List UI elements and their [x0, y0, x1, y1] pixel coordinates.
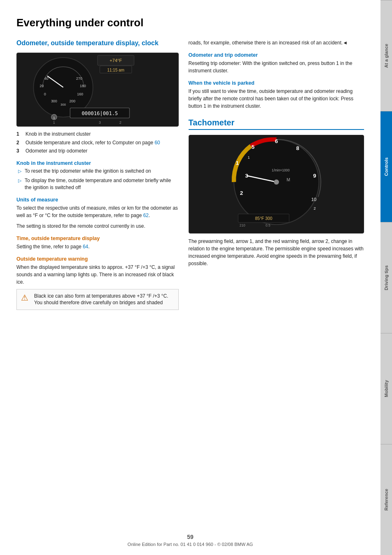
sidebar-tab-controls[interactable]: Controls: [380, 111, 392, 222]
tachometer-text: The prewarning field, arrow 1, and the r…: [189, 238, 364, 267]
time-heading: Time, outside temperature display: [16, 236, 179, 241]
svg-text:270: 270: [76, 76, 82, 80]
sidebar-tab-mobility[interactable]: Mobility: [380, 333, 392, 444]
tachometer-image: 1 5 6 3 2 8 9 10 1/min×1000 M: [189, 135, 364, 234]
odometer-section-heading: Odometer, outside temperature display, c…: [16, 39, 179, 48]
image-label-2: 2 Outside temperature and clock, refer t…: [16, 139, 179, 146]
knob-heading: Knob in the instrument cluster: [16, 160, 179, 166]
sidebar-tab-reference[interactable]: Reference: [380, 444, 392, 555]
parked-heading: When the vehicle is parked: [189, 80, 364, 86]
svg-point-38: [274, 180, 279, 185]
svg-text:11:15 am: 11:15 am: [107, 67, 125, 72]
parked-text: If you still want to view the time, outs…: [189, 88, 364, 110]
svg-text:1/min×1000: 1/min×1000: [272, 169, 290, 172]
svg-text:1: 1: [235, 160, 239, 166]
svg-text:1: 1: [53, 120, 55, 125]
image-labels-list: 1 Knob in the instrument cluster 2 Outsi…: [16, 131, 179, 155]
odometer-trip-heading: Odometer and trip odometer: [189, 52, 364, 58]
sidebar-tab-driving-tips[interactable]: Driving tips: [380, 222, 392, 333]
svg-text:85°F   300: 85°F 300: [255, 216, 272, 221]
warning-triangle-icon: ⚠: [21, 293, 31, 307]
tachometer-heading: Tachometer: [189, 118, 364, 130]
triangle-icon-1: ▷: [18, 168, 22, 175]
svg-text:40: 40: [44, 76, 48, 80]
units-text: To select the respective units of measur…: [16, 204, 179, 219]
svg-text:2: 2: [119, 120, 121, 125]
svg-text:200: 200: [69, 99, 76, 103]
svg-text:5: 5: [251, 144, 255, 150]
svg-text:M: M: [286, 178, 290, 182]
warning-box: ⚠ Black ice can also form at temperature…: [16, 289, 179, 310]
svg-text:0: 0: [44, 92, 46, 96]
time-text: Setting the time, refer to page 64.: [16, 243, 179, 250]
knob-bullets-list: ▷ To reset the trip odometer while the i…: [16, 168, 179, 191]
svg-text:8: 8: [296, 145, 299, 151]
knob-bullet-1: ▷ To reset the trip odometer while the i…: [18, 168, 179, 175]
svg-text:20: 20: [40, 84, 44, 88]
svg-text:300: 300: [60, 103, 66, 106]
page-number: 59: [0, 534, 380, 540]
page-title: Everything under control: [16, 16, 364, 29]
svg-text:1: 1: [247, 155, 249, 160]
units-heading: Units of measure: [16, 197, 179, 203]
svg-text:9: 9: [313, 173, 316, 179]
svg-text:2: 2: [240, 190, 243, 196]
svg-text:1: 1: [53, 116, 55, 120]
svg-text:180: 180: [80, 84, 86, 88]
warning-text: Black ice can also form at temperatures …: [34, 293, 174, 307]
tachometer-section: Tachometer: [189, 118, 364, 267]
svg-text:+74°F: +74°F: [110, 58, 122, 63]
image-label-3: 3 Odometer and trip odometer: [16, 148, 179, 155]
svg-text:0.5: 0.5: [265, 224, 270, 227]
page-footer: 59 Online Edition for Part no. 01 41 0 0…: [0, 534, 380, 547]
svg-text:10: 10: [311, 197, 316, 202]
copyright-text: Online Edition for Part no. 01 41 0 014 …: [127, 542, 253, 547]
svg-text:000016|001.5: 000016|001.5: [82, 111, 118, 116]
sidebar-tab-at-a-glance[interactable]: At a glance: [380, 0, 392, 111]
image-label-1: 1 Knob in the instrument cluster: [16, 131, 179, 138]
units-text-2: The setting is stored for the remote con…: [16, 222, 179, 230]
svg-text:2: 2: [314, 206, 316, 210]
continuation-text: roads, for example, otherwise there is a…: [189, 39, 364, 46]
svg-text:6: 6: [275, 138, 278, 144]
sidebar-tabs: At a glance Controls Driving tips Mobili…: [380, 0, 392, 555]
triangle-icon-2: ▷: [18, 178, 22, 191]
odometer-trip-text: Resetting trip odometer: With the igniti…: [189, 60, 364, 74]
svg-text:300: 300: [51, 99, 57, 103]
knob-bullet-2: ▷ To display the time, outside temperatu…: [18, 177, 179, 191]
svg-text:210: 210: [240, 224, 245, 227]
svg-text:3: 3: [99, 120, 101, 125]
instrument-image: 40 20 0 300 300 200 160 180 270 1: [16, 53, 179, 127]
outside-temp-text: When the displayed temperature sinks to …: [16, 264, 179, 286]
outside-temp-heading: Outside temperature warning: [16, 256, 179, 262]
svg-text:160: 160: [77, 92, 83, 96]
